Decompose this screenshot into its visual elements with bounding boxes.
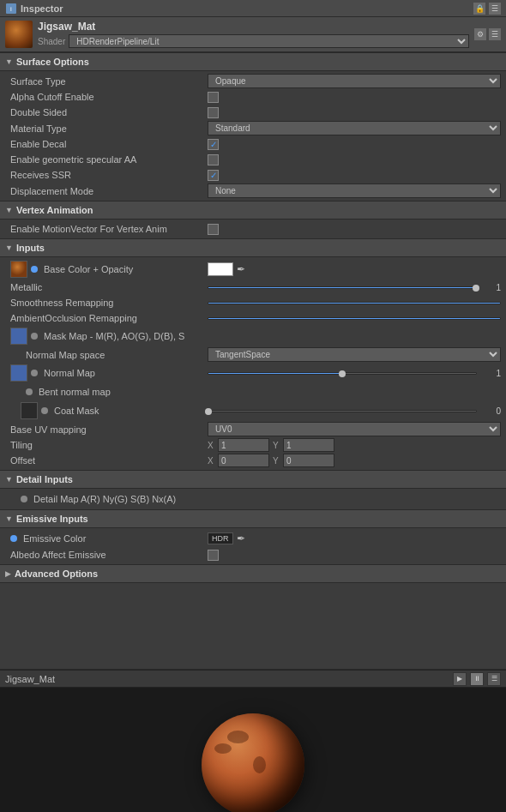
enable-motion-value bbox=[208, 224, 501, 235]
offset-y-field: Y bbox=[273, 454, 334, 467]
enable-decal-checkbox[interactable] bbox=[208, 139, 219, 150]
eyedropper-icon[interactable]: ✒ bbox=[237, 263, 245, 275]
hdr-button[interactable]: HDR bbox=[208, 532, 233, 544]
base-uv-row: Base UV mapping UV0 bbox=[0, 421, 506, 437]
smoothness-value bbox=[208, 302, 501, 304]
enable-geo-specular-row: Enable geometric specular AA bbox=[0, 152, 506, 167]
base-color-swatch[interactable] bbox=[208, 262, 233, 276]
metallic-slider-fill bbox=[208, 287, 476, 288]
coat-mask-value: 0 bbox=[480, 406, 501, 416]
detail-map-dot bbox=[21, 496, 27, 502]
receives-ssr-checkbox[interactable] bbox=[208, 170, 219, 181]
detail-inputs-header[interactable]: ▼ Detail Inputs bbox=[0, 470, 506, 489]
base-color-swatch-area: ✒ bbox=[208, 262, 501, 276]
mars-feature-3 bbox=[214, 743, 232, 754]
emissive-color-row: Emissive Color HDR ✒ bbox=[0, 530, 506, 547]
tiling-y-input[interactable] bbox=[283, 438, 334, 452]
mars-feature-1 bbox=[227, 731, 249, 743]
albedo-affect-label: Albedo Affect Emissive bbox=[10, 550, 208, 560]
mask-map-label-area: Mask Map - M(R), AO(G), D(B), S bbox=[10, 328, 208, 345]
inputs-header[interactable]: ▼ Inputs bbox=[0, 238, 506, 257]
normal-map-track[interactable] bbox=[208, 372, 477, 375]
preview-pause-btn[interactable]: ⏸ bbox=[470, 672, 484, 686]
tiling-x-field: X bbox=[208, 438, 269, 452]
normal-map-value: 1 bbox=[480, 369, 501, 378]
preview-header: Jigsaw_Mat ▶ ⏸ ☰ bbox=[0, 671, 506, 688]
bent-normal-row: Bent normal map bbox=[0, 383, 506, 400]
title-bar-left: i Inspector bbox=[5, 3, 63, 15]
surface-type-value: Opaque bbox=[208, 74, 501, 88]
albedo-affect-value bbox=[208, 550, 501, 561]
tiling-x-input[interactable] bbox=[218, 438, 269, 452]
preview-canvas bbox=[0, 688, 506, 812]
detail-inputs-arrow: ▼ bbox=[5, 475, 13, 484]
double-sided-checkbox[interactable] bbox=[208, 107, 219, 118]
ambient-occlusion-track[interactable] bbox=[208, 317, 501, 320]
metallic-slider-track[interactable] bbox=[208, 286, 477, 289]
emissive-color-label-area: Emissive Color bbox=[10, 533, 208, 544]
emissive-inputs-title: Emissive Inputs bbox=[16, 514, 88, 524]
surface-type-select[interactable]: Opaque bbox=[208, 74, 501, 88]
offset-x-input[interactable] bbox=[218, 454, 269, 467]
surface-options-header[interactable]: ▼ Surface Options bbox=[0, 52, 506, 71]
base-color-label-area: Base Color + Opacity bbox=[10, 261, 208, 278]
smoothness-slider-track[interactable] bbox=[208, 302, 501, 304]
emissive-color-dot bbox=[10, 535, 17, 542]
material-settings-icon[interactable]: ⚙ bbox=[474, 28, 486, 40]
receives-ssr-value bbox=[208, 170, 501, 181]
advanced-options-header[interactable]: ▶ Advanced Options bbox=[0, 564, 506, 583]
enable-motion-checkbox[interactable] bbox=[208, 224, 219, 235]
enable-decal-value bbox=[208, 139, 501, 150]
base-uv-select[interactable]: UV0 bbox=[208, 422, 501, 436]
enable-decal-label: Enable Decal bbox=[10, 139, 208, 149]
emissive-inputs-header[interactable]: ▼ Emissive Inputs bbox=[0, 509, 506, 528]
double-sided-row: Double Sided bbox=[0, 105, 506, 120]
bent-normal-label-area: Bent normal map bbox=[10, 387, 208, 397]
coat-mask-label-area: Coat Mask bbox=[10, 402, 208, 419]
normal-map-thumb[interactable] bbox=[10, 364, 27, 382]
material-info: Jigsaw_Mat Shader HDRenderPipeline/Lit bbox=[38, 21, 469, 48]
title-bar: i Inspector 🔒 ☰ bbox=[0, 0, 506, 17]
menu-icon[interactable]: ☰ bbox=[489, 3, 501, 15]
material-name: Jigsaw_Mat bbox=[38, 21, 469, 33]
receives-ssr-label: Receives SSR bbox=[10, 170, 208, 180]
preview-play-btn[interactable]: ▶ bbox=[453, 672, 467, 686]
enable-geo-specular-checkbox[interactable] bbox=[208, 154, 219, 165]
base-uv-value: UV0 bbox=[208, 422, 501, 436]
emissive-eyedropper-icon[interactable]: ✒ bbox=[237, 532, 245, 544]
surface-type-row: Surface Type Opaque bbox=[0, 73, 506, 89]
base-color-dot bbox=[31, 266, 38, 273]
ambient-occlusion-value bbox=[208, 317, 501, 320]
preview-options-btn[interactable]: ☰ bbox=[487, 672, 501, 686]
emissive-inputs-arrow: ▼ bbox=[5, 514, 13, 523]
material-header-icons: ⚙ ☰ bbox=[474, 28, 501, 40]
mask-map-thumb[interactable] bbox=[10, 328, 27, 345]
material-gear-icon[interactable]: ☰ bbox=[489, 28, 501, 40]
offset-y-input[interactable] bbox=[283, 454, 334, 467]
metallic-value-label: 1 bbox=[480, 283, 501, 292]
displacement-mode-row: Displacement Mode None bbox=[0, 183, 506, 199]
ambient-occlusion-slider bbox=[208, 317, 501, 320]
coat-mask-track[interactable] bbox=[208, 410, 477, 412]
material-type-select[interactable]: Standard bbox=[208, 121, 501, 135]
normal-map-space-select[interactable]: TangentSpace bbox=[208, 347, 501, 362]
albedo-affect-checkbox[interactable] bbox=[208, 550, 219, 561]
coat-mask-thumb[interactable] bbox=[21, 402, 38, 419]
alpha-cutoff-checkbox[interactable] bbox=[208, 92, 219, 103]
preview-panel: Jigsaw_Mat ▶ ⏸ ☰ bbox=[0, 670, 506, 812]
metallic-slider-container: 1 bbox=[208, 283, 501, 292]
metallic-slider-thumb bbox=[473, 285, 479, 292]
material-type-value: Standard bbox=[208, 121, 501, 135]
displacement-mode-select[interactable]: None bbox=[208, 183, 501, 198]
ambient-occlusion-label: AmbientOcclusion Remapping bbox=[10, 313, 208, 323]
base-color-thumb[interactable] bbox=[10, 261, 27, 278]
bent-normal-dot bbox=[26, 388, 33, 395]
vertex-animation-header[interactable]: ▼ Vertex Animation bbox=[0, 201, 506, 220]
inspector-scroll-area[interactable]: ▼ Surface Options Surface Type Opaque Al… bbox=[0, 52, 506, 670]
shader-select[interactable]: HDRenderPipeline/Lit bbox=[69, 34, 469, 48]
enable-geo-specular-value bbox=[208, 154, 501, 165]
vertex-animation-title: Vertex Animation bbox=[16, 205, 93, 215]
lock-icon[interactable]: 🔒 bbox=[473, 3, 485, 15]
emissive-inputs-content: Emissive Color HDR ✒ Albedo Affect Emiss… bbox=[0, 528, 506, 564]
albedo-affect-row: Albedo Affect Emissive bbox=[0, 547, 506, 562]
